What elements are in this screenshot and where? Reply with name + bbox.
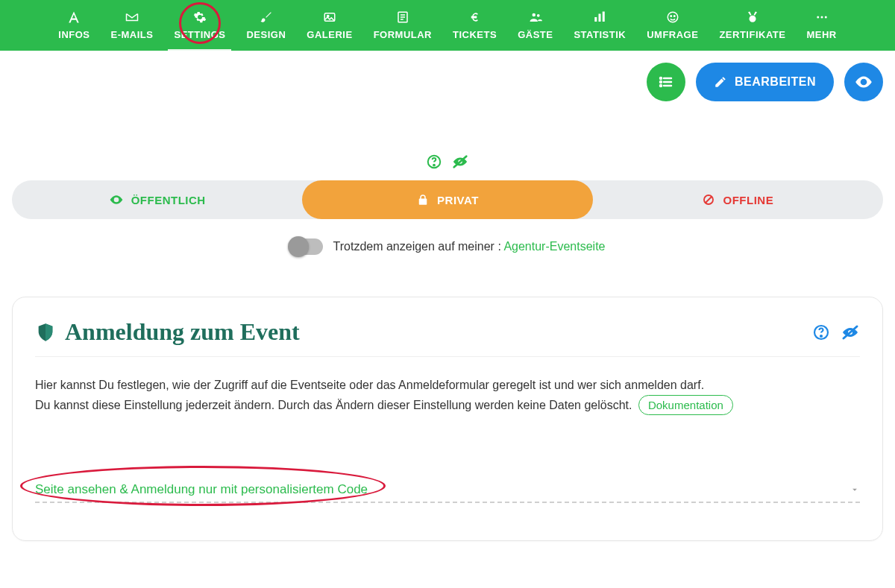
chevron-down-icon xyxy=(850,484,860,495)
dots-icon xyxy=(814,10,829,25)
nav-label: GALERIE xyxy=(307,29,352,40)
svg-point-8 xyxy=(668,12,678,22)
euro-icon xyxy=(468,10,483,25)
svg-point-4 xyxy=(537,14,540,17)
svg-rect-5 xyxy=(595,17,597,22)
ban-icon xyxy=(702,193,715,206)
nav-item-design[interactable]: DESIGN xyxy=(236,10,296,51)
nav-label: UMFRAGE xyxy=(647,29,698,40)
form-icon xyxy=(395,10,410,25)
nav-label: ZERTIFIKATE xyxy=(719,29,785,40)
svg-point-26 xyxy=(820,335,822,337)
bars-icon xyxy=(592,10,607,25)
nav-item-tickets[interactable]: TICKETS xyxy=(442,10,507,51)
list-button[interactable] xyxy=(647,63,685,101)
svg-point-15 xyxy=(660,78,662,79)
access-mode-value: Seite ansehen & Anmeldung nur mit person… xyxy=(35,482,368,497)
eye-slash-icon[interactable] xyxy=(451,154,469,170)
nav-label: STATISTIK xyxy=(574,29,626,40)
segment-public[interactable]: ÖFFENTLICH xyxy=(12,180,302,219)
lock-icon xyxy=(416,193,430,206)
smile-icon xyxy=(665,10,680,25)
svg-point-14 xyxy=(824,16,826,19)
svg-point-3 xyxy=(532,13,536,17)
segment-offline[interactable]: OFFLINE xyxy=(593,180,883,219)
pencil-icon xyxy=(714,75,727,89)
gear-icon xyxy=(192,10,207,25)
show-anyway-row: Trotzdem anzeigen auf meiner : Agentur-E… xyxy=(0,238,895,255)
medal-icon xyxy=(745,10,760,25)
eye-icon xyxy=(854,72,873,92)
font-a-icon xyxy=(66,10,81,25)
svg-line-24 xyxy=(706,197,712,203)
svg-point-13 xyxy=(820,16,823,19)
segment-private[interactable]: PRIVAT xyxy=(302,180,592,219)
nav-label: GÄSTE xyxy=(518,29,553,40)
access-mode-select[interactable]: Seite ansehen & Anmeldung nur mit person… xyxy=(35,482,860,503)
nav-item-infos[interactable]: INFOS xyxy=(48,10,100,51)
brush-icon xyxy=(259,10,274,25)
svg-point-10 xyxy=(673,16,675,17)
action-row: BEARBEITEN xyxy=(0,51,895,101)
eye-slash-icon[interactable] xyxy=(841,323,860,341)
list-icon xyxy=(657,73,675,91)
edit-button-label: BEARBEITEN xyxy=(735,75,816,89)
nav-item-umfrage[interactable]: UMFRAGE xyxy=(636,10,709,51)
svg-point-9 xyxy=(671,16,672,17)
segment-offline-label: OFFLINE xyxy=(723,194,773,206)
nav-label: MEHR xyxy=(806,29,836,40)
nav-item-formular[interactable]: FORMULAR xyxy=(363,10,442,51)
card-title: Anmeldung zum Event xyxy=(65,318,300,346)
card-header: Anmeldung zum Event xyxy=(35,318,860,357)
card-desc-line2: Du kannst diese Einstellung jederzeit än… xyxy=(35,399,632,411)
svg-point-16 xyxy=(660,81,662,83)
help-icon[interactable] xyxy=(812,323,830,341)
help-row xyxy=(0,154,895,170)
event-registration-card: Anmeldung zum Event Hier kannst Du festl… xyxy=(12,297,883,541)
nav-item-settings[interactable]: SETTINGS xyxy=(163,10,236,51)
svg-point-22 xyxy=(115,198,117,200)
svg-point-11 xyxy=(749,16,756,22)
users-icon xyxy=(528,10,543,25)
agency-page-link[interactable]: Agentur-Eventseite xyxy=(503,240,605,253)
svg-rect-6 xyxy=(599,14,601,22)
nav-label: DESIGN xyxy=(246,29,286,40)
segment-private-label: PRIVAT xyxy=(437,194,479,206)
eye-icon xyxy=(109,192,124,207)
shield-icon xyxy=(35,322,56,343)
visibility-segment: ÖFFENTLICH PRIVAT OFFLINE xyxy=(12,180,883,219)
nav-label: INFOS xyxy=(58,29,90,40)
nav-label: E-MAILS xyxy=(111,29,154,40)
nav-label: SETTINGS xyxy=(174,29,225,40)
segment-public-label: ÖFFENTLICH xyxy=(131,194,206,206)
image-icon xyxy=(322,10,337,25)
show-anyway-toggle[interactable] xyxy=(290,238,323,255)
card-description: Hier kannst Du festlegen, wie der Zugrif… xyxy=(35,376,860,415)
nav-label: FORMULAR xyxy=(374,29,432,40)
envelope-icon xyxy=(125,10,139,25)
top-nav: INFOS E-MAILS SETTINGS DESIGN GALERIE FO… xyxy=(0,0,895,51)
nav-label: TICKETS xyxy=(453,29,497,40)
show-anyway-prefix: Trotzdem anzeigen auf meiner : xyxy=(333,240,501,253)
svg-point-12 xyxy=(817,16,819,19)
nav-item-galerie[interactable]: GALERIE xyxy=(296,10,362,51)
card-desc-line1: Hier kannst Du festlegen, wie der Zugrif… xyxy=(35,376,860,395)
help-icon[interactable] xyxy=(426,154,442,170)
preview-button[interactable] xyxy=(844,63,883,101)
edit-button[interactable]: BEARBEITEN xyxy=(696,63,834,101)
svg-point-18 xyxy=(862,80,865,83)
nav-item-mehr[interactable]: MEHR xyxy=(796,10,847,51)
documentation-link[interactable]: Dokumentation xyxy=(638,395,733,415)
nav-item-statistik[interactable]: STATISTIK xyxy=(563,10,636,51)
nav-item-zertifikate[interactable]: ZERTIFIKATE xyxy=(709,10,796,51)
svg-rect-7 xyxy=(603,12,605,22)
nav-item-emails[interactable]: E-MAILS xyxy=(101,10,164,51)
svg-point-20 xyxy=(433,165,435,166)
svg-point-17 xyxy=(660,85,662,86)
nav-item-gaeste[interactable]: GÄSTE xyxy=(507,10,563,51)
